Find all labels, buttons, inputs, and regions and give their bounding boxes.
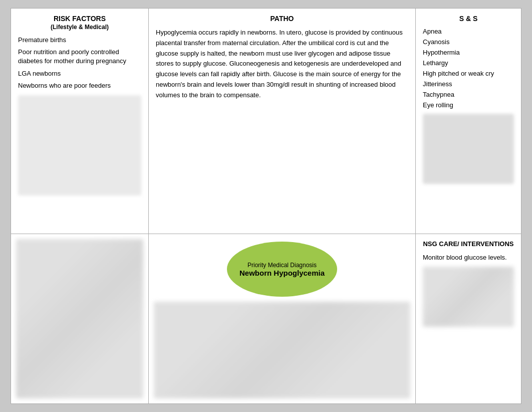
list-item: Apnea <box>423 28 514 35</box>
blurred-bottom-left <box>16 239 143 398</box>
nsg-care-section: NSG CARE/ INTERVENTIONS Monitor blood gl… <box>416 234 521 403</box>
blurred-ss-content <box>423 114 514 184</box>
list-item: Cyanosis <box>423 38 514 46</box>
patho-body: Hypoglycemia occurs rapidly in newborns.… <box>156 28 408 101</box>
blurred-bottom-center <box>154 302 410 398</box>
list-item: Lethargy <box>423 59 514 67</box>
blurred-nsg-content <box>423 267 514 327</box>
list-item: Hypothermia <box>423 49 514 56</box>
bottom-center-section: Priority Medical Diagnosis Newborn Hypog… <box>149 234 416 403</box>
risk-factors-subtitle: (Lifestyle & Medical) <box>18 24 141 31</box>
nsg-care-title: NSG CARE/ INTERVENTIONS <box>423 240 514 248</box>
list-item: Jitteriness <box>423 80 514 88</box>
list-item: Tachypnea <box>423 91 514 98</box>
nsg-intervention-1: Monitor blood glucose levels. <box>423 253 514 263</box>
list-item: LGA newborns <box>18 69 141 78</box>
ss-section: S & S Apnea Cyanosis Hypothermia Letharg… <box>416 9 521 234</box>
list-item: Poor nutrition and poorly controlled dia… <box>18 48 141 66</box>
diagnosis-bubble: Priority Medical Diagnosis Newborn Hypog… <box>227 242 337 297</box>
blurred-content <box>18 95 141 195</box>
patho-title: PATHO <box>156 15 408 23</box>
list-item: Premature births <box>18 36 141 45</box>
diagnosis-main-title: Newborn Hypoglycemia <box>239 269 325 277</box>
bottom-left-section <box>11 234 149 403</box>
diagnosis-sub-label: Priority Medical Diagnosis <box>247 262 317 269</box>
page-container: RISK FACTORS (Lifestyle & Medical) Prema… <box>11 8 521 404</box>
risk-factors-list: Premature births Poor nutrition and poor… <box>18 36 141 90</box>
list-item: Newborns who are poor feeders <box>18 81 141 90</box>
ss-list: Apnea Cyanosis Hypothermia Lethargy High… <box>423 28 514 109</box>
list-item: High pitched or weak cry <box>423 70 514 77</box>
patho-section: PATHO Hypoglycemia occurs rapidly in new… <box>149 9 416 234</box>
list-item: Eye rolling <box>423 101 514 109</box>
risk-factors-title: RISK FACTORS <box>18 15 141 23</box>
ss-title: S & S <box>423 15 514 23</box>
risk-factors-section: RISK FACTORS (Lifestyle & Medical) Prema… <box>11 9 149 234</box>
